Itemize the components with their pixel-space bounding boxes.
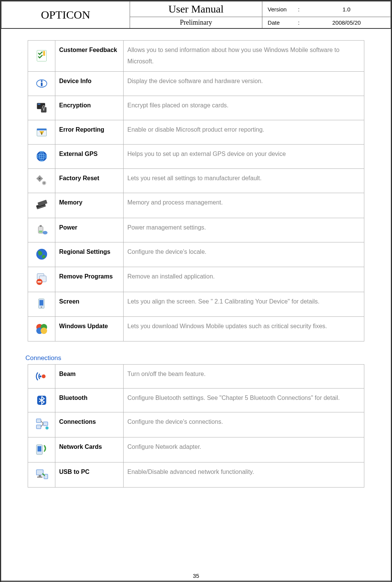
label-cell: Screen [55, 292, 124, 316]
icon-cell [28, 168, 55, 193]
version-cell: Version : 1.0 [262, 2, 391, 17]
svg-point-33 [42, 231, 47, 234]
label-cell: Connections [55, 412, 124, 437]
date-value: 2008/05/20 [306, 19, 387, 26]
label-cell: Device Info [55, 71, 124, 96]
usb-to-pc-icon [34, 466, 50, 482]
svg-point-41 [41, 307, 42, 308]
connections-table: BeamTurn on/off the beam feature.Bluetoo… [28, 364, 364, 488]
beam-icon [34, 368, 50, 384]
brand-text: OPTICON [41, 8, 90, 21]
remove-programs-icon [34, 271, 50, 287]
icon-cell [28, 292, 55, 316]
header-table: OPTICON User Manual Version : 1.0 Prelim… [1, 1, 391, 29]
svg-rect-32 [39, 231, 42, 233]
label-cell: USB to PC [55, 462, 124, 487]
svg-point-26 [43, 182, 45, 184]
windows-update-icon [34, 321, 50, 337]
table-row: ScreenLets you align the screen. See " 2… [28, 292, 364, 316]
description-cell: Configure the device's connections. [124, 412, 364, 437]
table-row: Factory ResetLets you reset all settings… [28, 168, 364, 193]
table-row: BluetoothConfigure Bluetooth settings. S… [28, 388, 364, 412]
power-icon [34, 222, 50, 238]
description-cell: Memory and process management. [124, 193, 364, 218]
table-row: MemoryMemory and process management. [28, 193, 364, 218]
icon-cell [28, 364, 55, 388]
svg-rect-58 [39, 475, 41, 477]
table-row: BeamTurn on/off the beam feature. [28, 364, 364, 388]
table-row: Device InfoDisplay the device software a… [28, 71, 364, 96]
label-cell: Error Reporting [55, 120, 124, 144]
date-cell: Date : 2008/05/20 [262, 17, 391, 29]
version-value: 1.0 [306, 6, 387, 13]
svg-line-61 [42, 473, 45, 476]
svg-rect-59 [37, 477, 42, 478]
icon-cell [28, 267, 55, 292]
description-cell: Configure Network adapter. [124, 437, 364, 462]
svg-rect-50 [36, 425, 41, 429]
external-gps-icon [34, 148, 50, 164]
table-row: External GPSHelps you to set up an exter… [28, 144, 364, 168]
icon-cell [28, 437, 55, 462]
icon-cell [28, 412, 55, 437]
svg-rect-24 [41, 178, 43, 179]
label-cell: Beam [55, 364, 124, 388]
colon: : [298, 19, 306, 26]
screen-icon [34, 296, 50, 312]
table-row: PowerPower management settings. [28, 218, 364, 242]
description-cell: Enable or disable Microsoft product erro… [124, 120, 364, 144]
svg-line-53 [41, 424, 43, 427]
description-cell: Turn on/off the beam feature. [124, 364, 364, 388]
svg-rect-22 [39, 180, 40, 182]
description-cell: Helps you to set up an external GPS devi… [124, 144, 364, 168]
table-row: EncryptionEncrypt files placed on storag… [28, 96, 364, 120]
svg-point-46 [42, 374, 45, 378]
date-label: Date [268, 19, 298, 26]
svg-point-3 [41, 80, 42, 82]
icon-cell [28, 193, 55, 218]
description-cell: Power management settings. [124, 218, 364, 242]
encryption-icon [34, 100, 50, 116]
description-cell: Enable/Disable advanced network function… [124, 462, 364, 487]
icon-cell [28, 388, 55, 412]
page-container: OPTICON User Manual Version : 1.0 Prelim… [0, 0, 392, 582]
svg-point-54 [45, 426, 49, 429]
subtitle-cell: Preliminary [130, 17, 262, 29]
page-number: 35 [1, 573, 391, 579]
label-cell: Regional Settings [55, 242, 124, 267]
svg-rect-51 [43, 422, 48, 426]
svg-rect-21 [39, 175, 40, 177]
table-row: ConnectionsConfigure the device's connec… [28, 412, 364, 437]
label-cell: Power [55, 218, 124, 242]
description-cell: Allows you to send information about how… [124, 41, 364, 72]
svg-point-47 [39, 375, 41, 377]
regional-settings-icon [34, 246, 50, 262]
svg-rect-13 [41, 134, 42, 135]
colon: : [298, 6, 306, 13]
network-cards-icon [34, 441, 50, 457]
description-cell: Display the device software and hardware… [124, 71, 364, 96]
label-cell: Bluetooth [55, 388, 124, 412]
label-cell: Remove Programs [55, 267, 124, 292]
title-cell: User Manual [130, 2, 262, 17]
svg-rect-40 [39, 300, 43, 305]
icon-cell [28, 462, 55, 487]
icon-cell [28, 71, 55, 96]
table-row: Windows UpdateLets you download Windows … [28, 316, 364, 341]
icon-cell [28, 316, 55, 341]
icon-cell [28, 144, 55, 168]
svg-rect-49 [36, 419, 41, 423]
brand-cell: OPTICON [2, 2, 130, 29]
table-row: USB to PCEnable/Disable advanced network… [28, 462, 364, 487]
icon-cell [28, 218, 55, 242]
label-cell: Network Cards [55, 437, 124, 462]
version-label: Version [268, 6, 298, 13]
svg-point-20 [39, 178, 40, 179]
svg-rect-1 [43, 51, 45, 56]
memory-icon [34, 197, 50, 213]
description-cell: Lets you reset all settings to manufactu… [124, 168, 364, 193]
device-info-icon [34, 76, 50, 91]
svg-rect-6 [38, 104, 40, 105]
table-row: Regional SettingsConfigure the device's … [28, 242, 364, 267]
svg-point-9 [43, 109, 44, 110]
